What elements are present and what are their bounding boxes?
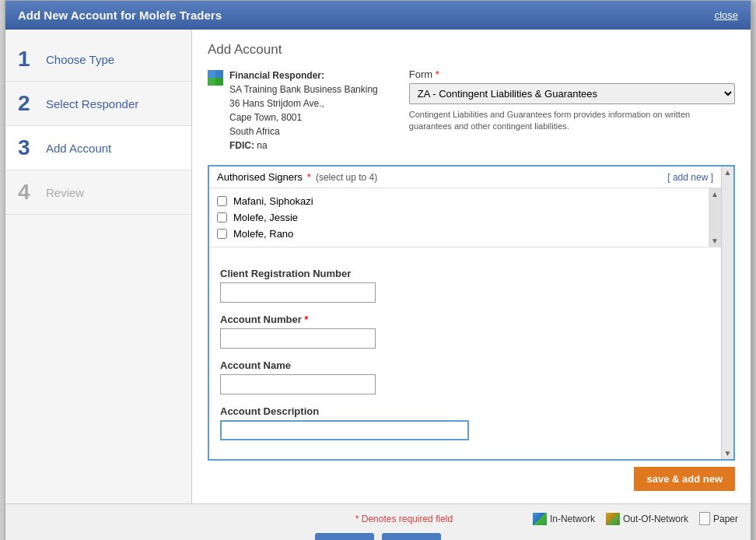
responder-info: Financial Responder: SA Training Bank Bu… [208, 68, 378, 153]
back-button[interactable]: back [315, 533, 374, 540]
out-network-label: Out-Of-Network [623, 514, 688, 524]
svg-rect-2 [208, 78, 215, 86]
field-label-account-desc: Account Description [220, 405, 710, 417]
paper-label: Paper [713, 514, 738, 524]
main-scrollbar[interactable]: ▲ ▼ [721, 167, 733, 459]
save-add-new-button[interactable]: save & add new [634, 467, 735, 491]
svg-rect-0 [208, 70, 215, 78]
field-label-account-number: Account Number * [220, 314, 710, 325]
modal-footer: * Denotes required field In-Network Out-… [5, 503, 751, 540]
step-label-3: Add Account [46, 142, 111, 155]
step-number-4: 4 [18, 181, 37, 203]
list-item: Molefe, Rano [217, 226, 701, 242]
step-number-3: 3 [18, 137, 37, 159]
scroll-up-arrow[interactable]: ▲ [711, 190, 719, 198]
form-select-section: Form * ZA - Contingent Liabilities & Gua… [409, 68, 735, 133]
responder-line3: Cape Town, 8001 [229, 110, 378, 124]
account-name-input[interactable] [220, 374, 376, 394]
responder-details: Financial Responder: SA Training Bank Bu… [229, 68, 378, 153]
save-button[interactable]: save [382, 533, 440, 540]
list-item: Molefe, Jessie [217, 209, 701, 226]
responder-fdic: FDIC: na [229, 139, 378, 153]
sidebar-item-add-account[interactable]: 3 Add Account [5, 126, 191, 170]
signer-name-0: Mafani, Siphokazi [233, 195, 313, 207]
responder-line2: 36 Hans Strijdom Ave., [229, 96, 378, 110]
signer-checkbox-0[interactable] [217, 196, 227, 206]
form-label: Form * [409, 68, 735, 80]
legend-paper: Paper [699, 512, 738, 525]
field-group-account-name: Account Name [220, 359, 710, 394]
sidebar-item-select-responder[interactable]: 2 Select Responder [5, 82, 191, 126]
modal-title: Add New Account for Molefe Traders [18, 9, 222, 22]
main-scroll-up[interactable]: ▲ [724, 168, 732, 177]
account-number-input[interactable] [220, 328, 376, 349]
step-label-1: Choose Type [46, 53, 114, 66]
signer-name-2: Molefe, Rano [233, 228, 293, 240]
add-new-signer-link[interactable]: [ add new ] [667, 172, 713, 183]
footer-buttons: back save [18, 533, 738, 540]
in-network-label: In-Network [550, 514, 595, 524]
signer-name-1: Molefe, Jessie [233, 212, 298, 223]
signers-hint: (select up to 4) [316, 172, 377, 183]
responder-section: Financial Responder: SA Training Bank Bu… [208, 68, 735, 153]
sidebar: 1 Choose Type 2 Select Responder 3 Add A… [5, 30, 192, 503]
signers-box: Authorised Signers * (select up to 4) [ … [209, 167, 721, 247]
in-network-icon [533, 513, 547, 525]
field-group-account-desc: Account Description [220, 405, 710, 440]
field-group-client-reg: Client Registration Number [220, 268, 710, 303]
sidebar-item-review[interactable]: 4 Review [5, 170, 191, 215]
field-label-client-reg: Client Registration Number [220, 268, 710, 279]
svg-rect-3 [215, 78, 223, 86]
step-number-2: 2 [18, 93, 37, 114]
signers-list: Mafani, Siphokazi Molefe, Jessie Molefe,… [209, 188, 709, 247]
modal-header: Add New Account for Molefe Traders close [5, 1, 751, 30]
required-note: * Denotes required field [275, 514, 533, 524]
form-select[interactable]: ZA - Contingent Liabilities & Guarantees [409, 83, 735, 104]
scrollable-content-area: Authorised Signers * (select up to 4) [ … [208, 165, 735, 461]
client-reg-input[interactable] [220, 282, 376, 303]
scroll-inner: Authorised Signers * (select up to 4) [ … [209, 167, 721, 459]
form-fields-area: Client Registration Number Account Numbe… [209, 260, 721, 459]
field-label-account-name: Account Name [220, 359, 710, 371]
signers-header: Authorised Signers * (select up to 4) [ … [209, 167, 721, 188]
legend-in-network: In-Network [533, 513, 595, 525]
financial-responder-icon [208, 70, 223, 86]
step-number-1: 1 [18, 48, 37, 70]
modal-body: 1 Choose Type 2 Select Responder 3 Add A… [5, 30, 751, 503]
main-content: Add Account [192, 30, 751, 503]
step-label-4: Review [46, 186, 84, 199]
paper-icon [699, 512, 710, 525]
form-hint: Contingent Liabilities and Guarantees fo… [409, 109, 735, 133]
signers-list-container: Mafani, Siphokazi Molefe, Jessie Molefe,… [209, 188, 721, 247]
account-desc-input[interactable] [220, 420, 469, 440]
signer-checkbox-1[interactable] [217, 212, 227, 223]
responder-line4: South Africa [229, 124, 378, 139]
responder-name-label: Financial Responder: [229, 70, 324, 81]
field-group-account-number: Account Number * [220, 314, 710, 349]
main-title: Add Account [208, 42, 735, 58]
responder-line1: SA Training Bank Business Banking [229, 82, 378, 96]
signers-required-star: * [307, 171, 311, 183]
scroll-down-arrow[interactable]: ▼ [711, 237, 719, 245]
legend-out-network: Out-Of-Network [606, 513, 688, 525]
form-required-star: * [436, 68, 439, 80]
signer-checkbox-2[interactable] [217, 229, 227, 239]
list-item: Mafani, Siphokazi [217, 193, 701, 209]
sidebar-item-choose-type[interactable]: 1 Choose Type [5, 37, 191, 82]
main-scroll-down[interactable]: ▼ [724, 449, 732, 458]
out-network-icon [606, 513, 620, 525]
close-button[interactable]: close [715, 9, 738, 21]
account-number-required: * [304, 314, 308, 325]
svg-rect-1 [215, 70, 223, 78]
footer-top: * Denotes required field In-Network Out-… [18, 512, 738, 525]
signers-label: Authorised Signers [217, 171, 303, 183]
modal-container: Add New Account for Molefe Traders close… [5, 0, 751, 540]
legend-items: In-Network Out-Of-Network Paper [533, 512, 738, 525]
step-label-2: Select Responder [46, 97, 138, 110]
signers-scrollbar: ▲ ▼ [709, 188, 721, 247]
